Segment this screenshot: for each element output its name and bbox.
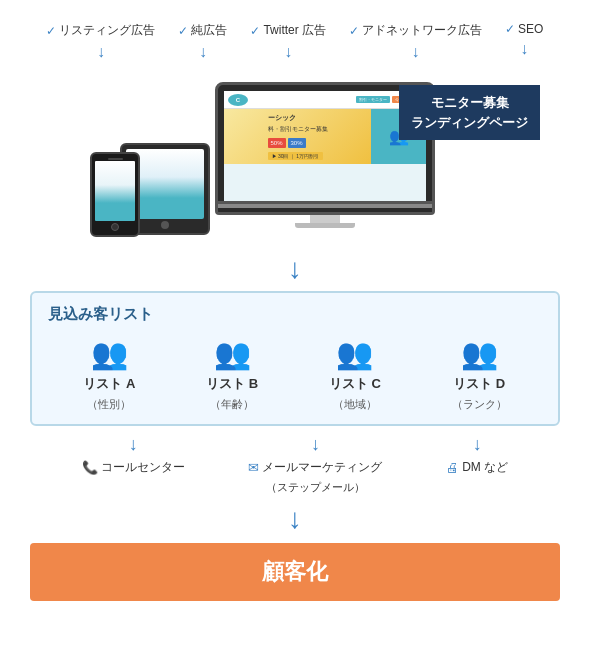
list-sub-d: （ランク） [452, 397, 507, 412]
list-name-c: リスト C [329, 375, 381, 393]
traffic-label-pure: 純広告 [191, 22, 227, 39]
traffic-item-pure: ✓ 純広告 ↓ [178, 22, 227, 61]
list-name-a: リスト A [83, 375, 135, 393]
action-label-call: 📞 コールセンター [82, 459, 185, 476]
action-arrow-email: ↓ [311, 434, 320, 455]
traffic-item-listing: ✓ リスティング広告 ↓ [46, 22, 155, 61]
list-sub-c: （地域） [333, 397, 377, 412]
action-item-dm: ↓ 🖨 DM など [446, 434, 508, 476]
check-icon-adnetwork: ✓ [349, 24, 359, 38]
email-icon: ✉ [248, 460, 259, 475]
customer-button: 顧客化 [30, 543, 560, 601]
action-label-dm: 🖨 DM など [446, 459, 508, 476]
monitor-stand [310, 215, 340, 223]
check-icon-twitter: ✓ [250, 24, 260, 38]
traffic-item-adnetwork: ✓ アドネットワーク広告 ↓ [349, 22, 482, 61]
action-item-email: ↓ ✉ メールマーケティング （ステップメール） [248, 434, 382, 495]
arrow-twitter: ↓ [284, 43, 292, 61]
traffic-label-listing: リスティング広告 [59, 22, 155, 39]
monitor-base [295, 223, 355, 228]
persons-icon-a: 👥 [91, 336, 128, 371]
arrow-listing: ↓ [97, 43, 105, 61]
main-arrow-1: ↓ [20, 255, 570, 283]
persons-icon-d: 👥 [461, 336, 498, 371]
list-name-d: リスト D [453, 375, 505, 393]
arrow-pure: ↓ [199, 43, 207, 61]
phone-mockup [90, 152, 140, 237]
list-sub-b: （年齢） [210, 397, 254, 412]
persons-icon-b: 👥 [214, 336, 251, 371]
action-text-dm: DM など [462, 459, 508, 476]
big-down-arrow-2: ↓ [288, 503, 302, 535]
dm-icon: 🖨 [446, 460, 459, 475]
check-icon-seo: ✓ [505, 22, 515, 36]
phone-screen [95, 161, 135, 221]
action-arrow-dm: ↓ [473, 434, 482, 455]
prospect-lists: 👥 リスト A （性別） 👥 リスト B （年齢） 👥 リスト C （地域） 👥… [48, 336, 542, 412]
action-sub-email: （ステップメール） [266, 480, 365, 495]
traffic-label-twitter: Twitter 広告 [263, 22, 326, 39]
monitor-logo: C [228, 94, 248, 106]
list-item-d: 👥 リスト D （ランク） [452, 336, 507, 412]
arrow-adnetwork: ↓ [412, 43, 420, 61]
traffic-item-seo: ✓ SEO ↓ [505, 22, 543, 58]
landing-page-label: モニター募集 ランディングページ [399, 85, 540, 140]
list-item-c: 👥 リスト C （地域） [329, 336, 381, 412]
prospect-title: 見込み客リスト [48, 305, 542, 324]
prospect-section: 見込み客リスト 👥 リスト A （性別） 👥 リスト B （年齢） 👥 リスト … [30, 291, 560, 426]
action-label-email: ✉ メールマーケティング [248, 459, 382, 476]
check-icon-listing: ✓ [46, 24, 56, 38]
nav-item-1: 割引・モニター [356, 96, 390, 103]
big-down-arrow-1: ↓ [288, 255, 302, 283]
traffic-label-seo: SEO [518, 22, 543, 36]
list-sub-a: （性別） [87, 397, 131, 412]
action-item-call: ↓ 📞 コールセンター [82, 434, 185, 476]
list-item-b: 👥 リスト B （年齢） [206, 336, 258, 412]
action-text-call: コールセンター [101, 459, 185, 476]
check-icon-pure: ✓ [178, 24, 188, 38]
action-text-email: メールマーケティング [262, 459, 382, 476]
tablet-home-button [161, 221, 169, 229]
monitor-hero: ーシック 料・割引モニター募集 50% 30% ▶ 30回 ｜ 1万円割引 [224, 109, 371, 164]
traffic-item-twitter: ✓ Twitter 広告 ↓ [250, 22, 326, 61]
monitor-screen: C 割引・モニター 今すぐご予約 ーシック 料・割引モニター募 [224, 91, 426, 201]
list-name-b: リスト B [206, 375, 258, 393]
label-line2: ランディングページ [411, 115, 528, 130]
monitor-nav: 割引・モニター 今すぐご予約 [251, 96, 422, 103]
traffic-label-adnetwork: アドネットワーク広告 [362, 22, 482, 39]
phone-speaker [108, 158, 123, 160]
monitor-body: ーシック 料・割引モニター募集 50% 30% ▶ 30回 ｜ 1万円割引 [224, 109, 426, 164]
persons-icon-c: 👥 [336, 336, 373, 371]
label-line1: モニター募集 [431, 95, 509, 110]
list-item-a: 👥 リスト A （性別） [83, 336, 135, 412]
action-arrow-call: ↓ [129, 434, 138, 455]
arrow-seo: ↓ [520, 40, 528, 58]
phone-icon: 📞 [82, 460, 98, 475]
phone-home-button [111, 223, 119, 231]
device-section: C 割引・モニター 今すぐご予約 ーシック 料・割引モニター募 [30, 65, 560, 245]
main-arrow-2: ↓ [20, 503, 570, 535]
customer-label: 顧客化 [262, 559, 328, 584]
main-container: ✓ リスティング広告 ↓ ✓ 純広告 ↓ ✓ Twitter 広告 ↓ [0, 0, 590, 617]
action-row: ↓ 📞 コールセンター ↓ ✉ メールマーケティング （ステップメール） ↓ 🖨… [30, 434, 560, 495]
monitor-bottom-bar [215, 204, 435, 215]
